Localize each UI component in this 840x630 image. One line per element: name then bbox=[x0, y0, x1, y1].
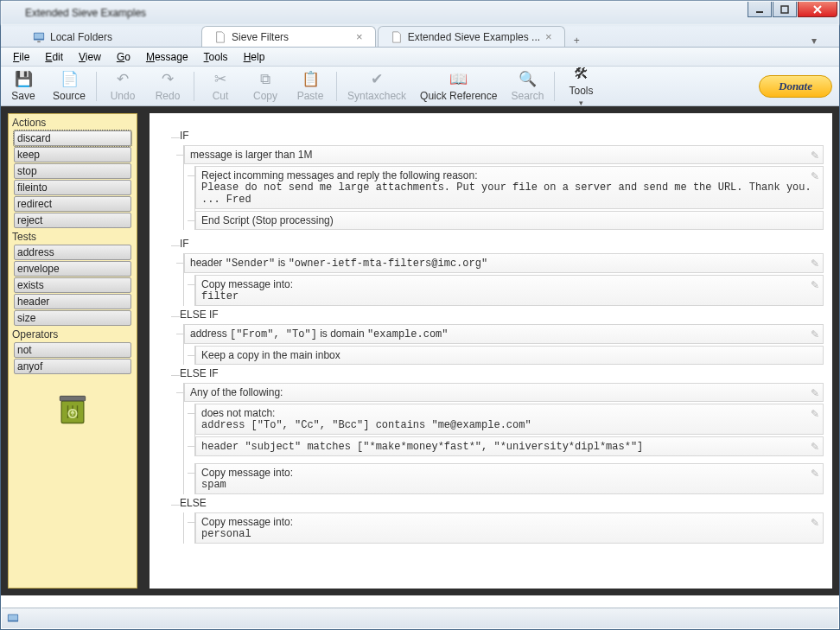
tools-icon: 🛠 bbox=[572, 66, 589, 83]
paste-button[interactable]: 📋Paste bbox=[295, 71, 326, 102]
sidebar-cat-tests: Tests bbox=[10, 229, 135, 244]
status-bar bbox=[2, 608, 838, 628]
edit-icon[interactable]: ✎ bbox=[811, 328, 819, 340]
edit-icon[interactable]: ✎ bbox=[811, 408, 819, 420]
save-button[interactable]: 💾Save bbox=[8, 71, 39, 102]
trash-icon bbox=[54, 390, 92, 428]
action-row[interactable]: Copy message into: filter ✎ bbox=[195, 275, 824, 306]
menu-tools[interactable]: Tools bbox=[197, 49, 235, 65]
menu-message[interactable]: Message bbox=[139, 49, 195, 65]
sidebar-item-not[interactable]: not bbox=[14, 342, 131, 358]
maximize-button[interactable] bbox=[773, 2, 797, 17]
sidebar-item-discard[interactable]: discard bbox=[14, 130, 131, 146]
monitor-icon bbox=[7, 613, 19, 625]
svg-rect-0 bbox=[756, 11, 763, 13]
svg-rect-1 bbox=[781, 6, 788, 13]
menu-help[interactable]: Help bbox=[237, 49, 272, 65]
new-tab-button[interactable]: + bbox=[574, 35, 580, 47]
menu-edit[interactable]: Edit bbox=[38, 49, 70, 65]
menu-bar: File Edit View Go Message Tools Help bbox=[1, 48, 839, 67]
svg-rect-4 bbox=[37, 41, 41, 42]
sidebar-item-address[interactable]: address bbox=[14, 245, 131, 260]
window-title: Extended Sieve Examples bbox=[25, 7, 146, 19]
sidebar-cat-operators: Operators bbox=[10, 327, 135, 341]
sidebar-item-size[interactable]: size bbox=[14, 310, 131, 326]
edit-icon[interactable]: ✎ bbox=[811, 279, 819, 291]
sidebar-item-fileinto[interactable]: fileinto bbox=[14, 180, 131, 195]
tools-menu-button[interactable]: 🛠Tools▾ bbox=[565, 66, 596, 107]
svg-rect-9 bbox=[9, 614, 18, 620]
edit-icon[interactable]: ✎ bbox=[811, 150, 819, 162]
action-row[interactable]: Copy message into: personal ✎ bbox=[195, 512, 824, 544]
edit-icon[interactable]: ✎ bbox=[811, 517, 819, 529]
redo-icon: ↷ bbox=[159, 71, 176, 88]
paste-icon: 📋 bbox=[302, 71, 319, 88]
menu-view[interactable]: View bbox=[72, 49, 108, 65]
copy-button[interactable]: ⧉Copy bbox=[250, 71, 281, 102]
syntaxcheck-button[interactable]: ✔Syntaxcheck bbox=[347, 71, 406, 102]
search-icon: 🔍 bbox=[519, 71, 536, 88]
sidebar-item-keep[interactable]: keep bbox=[14, 147, 131, 162]
close-icon[interactable]: × bbox=[356, 30, 363, 43]
tab-label: Local Folders bbox=[50, 31, 112, 43]
tab-dropdown-button[interactable]: ▾ bbox=[811, 35, 817, 47]
close-button[interactable] bbox=[798, 2, 837, 17]
cut-icon: ✂ bbox=[212, 71, 229, 88]
action-row[interactable]: Copy message into: spam ✎ bbox=[195, 463, 824, 494]
file-icon bbox=[391, 31, 403, 43]
sidebar-cat-actions: Actions bbox=[10, 115, 135, 130]
sidebar: Actions discard keep stop fileinto redir… bbox=[8, 113, 137, 589]
sidebar-item-header[interactable]: header bbox=[14, 294, 131, 309]
sidebar-item-redirect[interactable]: redirect bbox=[14, 196, 131, 212]
edit-icon[interactable]: ✎ bbox=[811, 258, 819, 270]
source-button[interactable]: 📄Source bbox=[53, 71, 86, 102]
monitor-icon bbox=[33, 31, 45, 43]
donate-button[interactable]: Donate bbox=[759, 75, 832, 98]
tab-strip: Local Folders Sieve Filters × Extended S… bbox=[1, 25, 839, 48]
edit-icon[interactable]: ✎ bbox=[811, 387, 819, 399]
sidebar-item-envelope[interactable]: envelope bbox=[14, 261, 131, 277]
tab-sieve-filters[interactable]: Sieve Filters × bbox=[201, 26, 376, 47]
tab-label: Sieve Filters bbox=[232, 31, 289, 43]
trash-drop-zone[interactable] bbox=[10, 390, 135, 430]
script-editor[interactable]: IF message is larger than 1M✎ Reject inc… bbox=[150, 113, 832, 589]
menu-go[interactable]: Go bbox=[110, 49, 137, 65]
sidebar-item-reject[interactable]: reject bbox=[14, 213, 131, 228]
tab-extended-examples[interactable]: Extended Sieve Examples ... × bbox=[378, 26, 565, 47]
file-icon bbox=[214, 31, 226, 43]
book-icon: 📖 bbox=[450, 71, 468, 88]
close-icon[interactable]: × bbox=[545, 30, 552, 43]
sidebar-item-anyof[interactable]: anyof bbox=[14, 359, 131, 374]
sidebar-item-stop[interactable]: stop bbox=[14, 163, 131, 179]
undo-button[interactable]: ↶Undo bbox=[107, 71, 138, 102]
undo-icon: ↶ bbox=[114, 71, 131, 88]
condition-row[interactable]: address ["From", "To"] is domain "exampl… bbox=[184, 324, 824, 344]
svg-rect-3 bbox=[35, 33, 44, 38]
elseif-keyword: ELSE IF bbox=[180, 366, 824, 381]
if-keyword: IF bbox=[180, 129, 824, 143]
toolbar: 💾Save 📄Source ↶Undo ↷Redo ✂Cut ⧉Copy 📋Pa… bbox=[1, 67, 839, 106]
check-icon: ✔ bbox=[368, 71, 385, 88]
sub-condition-row[interactable]: does not match: address ["To", "Cc", "Bc… bbox=[195, 404, 824, 435]
action-row[interactable]: Reject incomming messages and reply the … bbox=[195, 166, 824, 209]
action-row[interactable]: End Script (Stop processing) bbox=[195, 211, 824, 230]
cut-button[interactable]: ✂Cut bbox=[205, 71, 236, 102]
edit-icon[interactable]: ✎ bbox=[811, 468, 819, 480]
title-bar: Extended Sieve Examples bbox=[1, 1, 839, 25]
menu-file[interactable]: File bbox=[6, 49, 36, 65]
tab-local-folders[interactable]: Local Folders bbox=[20, 26, 125, 47]
sidebar-item-exists[interactable]: exists bbox=[14, 277, 131, 293]
condition-row[interactable]: message is larger than 1M✎ bbox=[184, 145, 824, 164]
minimize-button[interactable] bbox=[748, 2, 772, 17]
condition-row[interactable]: header "Sender" is "owner-ietf-mta-filte… bbox=[184, 253, 824, 273]
if-keyword: IF bbox=[180, 237, 824, 251]
search-button[interactable]: 🔍Search bbox=[511, 71, 544, 102]
condition-row[interactable]: Any of the following:✎ bbox=[184, 383, 824, 402]
action-row[interactable]: Keep a copy in the main inbox bbox=[195, 346, 824, 365]
quickref-button[interactable]: 📖Quick Reference bbox=[420, 71, 497, 102]
edit-icon[interactable]: ✎ bbox=[811, 441, 819, 453]
sub-condition-row[interactable]: header "subject" matches ["*make*money*f… bbox=[195, 436, 824, 456]
redo-button[interactable]: ↷Redo bbox=[152, 71, 183, 102]
tab-label: Extended Sieve Examples ... bbox=[408, 31, 540, 43]
edit-icon[interactable]: ✎ bbox=[811, 170, 819, 182]
